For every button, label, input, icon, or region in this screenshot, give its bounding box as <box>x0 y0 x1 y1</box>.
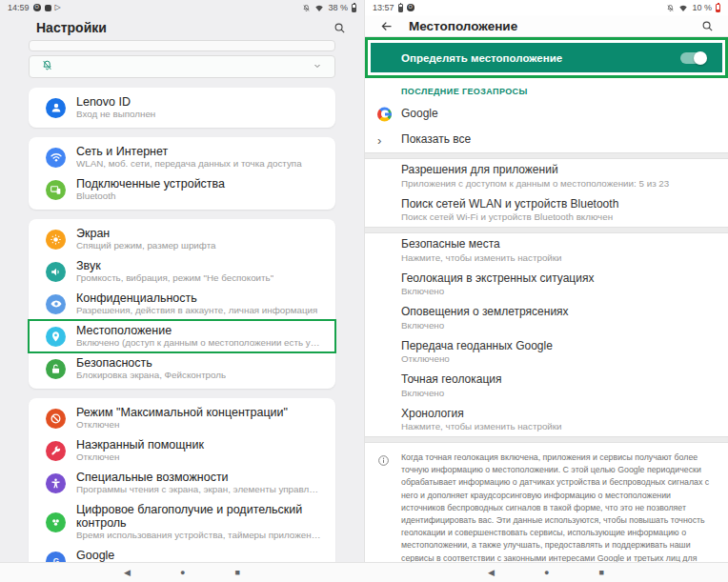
row-earthquake-alerts[interactable]: Оповещения о землетрясениях Включено <box>365 301 728 335</box>
banner-label: Определять местоположение <box>401 52 562 64</box>
row-timeline[interactable]: Хронология Нажмите, чтобы изменить настр… <box>365 403 728 437</box>
item-title: Наэкранный помощник <box>76 438 204 452</box>
settings-item-network[interactable]: Сеть и Интернет WLAN, моб. сети, передач… <box>29 141 335 173</box>
status-bar-right: 13:57 O 10 % <box>365 0 728 15</box>
wellbeing-icon <box>46 512 66 532</box>
chevron-right-icon: › <box>377 133 381 146</box>
settings-item-digital-wellbeing[interactable]: Цифровое благополучие и родительский кон… <box>29 499 335 545</box>
row-title: Поиск сетей WLAN и устройств Bluetooth <box>401 197 618 211</box>
wifi-status-icon <box>314 4 324 12</box>
settings-item-google[interactable]: G Google Сервисы и настройки <box>29 545 335 563</box>
row-label: Google <box>401 107 438 121</box>
settings-item-onscreen-assistant[interactable]: Наэкранный помощник Отключен <box>29 434 335 467</box>
settings-item-sound[interactable]: Звук Громкость, вибрация, режим "Не бесп… <box>29 255 335 288</box>
location-app-bar: Местоположение <box>365 15 728 37</box>
status-bar-left: 14:59 O ▷ 38 % <box>0 0 364 15</box>
recent-request-google[interactable]: Google <box>365 101 728 127</box>
notifications-muted-bar[interactable] <box>29 55 335 78</box>
battery-icon <box>352 4 356 12</box>
item-title: Конфиденциальность <box>76 291 317 305</box>
wrench-icon <box>46 441 66 461</box>
mute-icon <box>302 4 311 12</box>
item-title: Экран <box>76 227 216 240</box>
location-toggle-switch[interactable] <box>680 52 705 64</box>
brightness-icon <box>46 230 66 250</box>
row-precise-location[interactable]: Точная геолокация Включено <box>365 369 728 403</box>
settings-item-connected-devices[interactable]: Подключенные устройства Bluetooth <box>29 173 335 206</box>
card-connectivity: Сеть и Интернет WLAN, моб. сети, передач… <box>29 137 335 210</box>
home-button[interactable]: ● <box>544 569 549 577</box>
row-app-permissions[interactable]: Разрешения для приложений Приложения с д… <box>365 159 728 193</box>
item-title: Режим "Максимальной концентрации" <box>76 406 288 419</box>
block-icon <box>46 409 66 429</box>
location-toggle-highlight: Определять местоположение <box>365 37 728 78</box>
item-subtitle: WLAN, моб. сети, передача данных и точка… <box>76 158 302 170</box>
row-safe-places[interactable]: Безопасные места Нажмите, чтобы изменить… <box>365 233 728 268</box>
divider <box>365 227 728 233</box>
battery-saver-icon <box>398 4 403 12</box>
show-all-row[interactable]: › Показать все <box>365 127 728 152</box>
settings-app-bar: Настройки <box>0 15 364 40</box>
settings-item-privacy[interactable]: Конфиденциальность Разрешения, действия … <box>29 288 335 320</box>
location-info-footer: Когда точная геолокация включена, прилож… <box>365 443 728 563</box>
home-button[interactable]: ● <box>180 569 185 577</box>
wifi-icon <box>46 148 66 168</box>
row-subtitle: Включено <box>401 387 501 399</box>
chevron-down-icon[interactable] <box>312 58 323 75</box>
back-button[interactable]: ◀ <box>124 569 131 577</box>
info-icon <box>365 452 401 563</box>
recents-button[interactable]: ■ <box>598 569 603 577</box>
nav-left-pane: ◀ ● ■ <box>0 563 364 582</box>
card-system: Режим "Максимальной концентрации" Отключ… <box>29 398 335 563</box>
item-title: Местоположение <box>76 324 322 337</box>
navigation-bar: ◀ ● ■ ◀ ● ■ <box>0 562 728 582</box>
recents-button[interactable]: ■ <box>234 569 239 577</box>
item-subtitle: Вход не выполнен <box>76 109 155 120</box>
mute-icon <box>666 4 675 12</box>
settings-item-focus-mode[interactable]: Режим "Максимальной концентрации" Отключ… <box>29 402 335 434</box>
status-time: 13:57 <box>373 3 394 12</box>
row-google-location-sharing[interactable]: Передача геоданных Google Отключено <box>365 335 728 370</box>
accessibility-icon <box>46 473 66 493</box>
search-icon[interactable] <box>330 18 349 37</box>
item-title: Сеть и Интернет <box>76 145 302 158</box>
divider <box>365 436 728 443</box>
card-account: Lenovo ID Вход не выполнен <box>29 88 335 128</box>
back-arrow-icon[interactable] <box>376 16 395 35</box>
row-title: Безопасные места <box>401 237 562 251</box>
privacy-eye-icon <box>46 294 66 314</box>
row-emergency-location[interactable]: Геолокация в экстренных ситуациях Включе… <box>365 268 728 302</box>
back-button[interactable]: ◀ <box>488 569 495 577</box>
person-icon <box>46 98 66 118</box>
settings-item-display[interactable]: Экран Спящий режим, размер шрифта <box>29 223 335 255</box>
item-subtitle: Включено (доступ к данным о местоположен… <box>76 337 322 349</box>
search-icon[interactable] <box>698 16 717 35</box>
row-subtitle: Нажмите, чтобы изменить настройки <box>401 420 562 432</box>
item-subtitle: Время использования устройства, таймеры … <box>76 530 322 541</box>
row-subtitle: Нажмите, чтобы изменить настройки <box>401 251 562 264</box>
app-notification-icon <box>45 5 51 11</box>
use-location-banner[interactable]: Определять местоположение <box>371 43 722 72</box>
row-subtitle: Включено <box>401 319 569 331</box>
row-title: Разрешения для приложений <box>401 163 669 177</box>
item-title: Цифровое благополучие и родительский кон… <box>76 503 322 530</box>
item-subtitle: Спящий режим, размер шрифта <box>76 240 216 251</box>
lock-open-icon <box>46 359 66 379</box>
bell-muted-icon <box>41 58 53 75</box>
split-screen: 14:59 O ▷ 38 % Настройки <box>0 0 728 582</box>
section-recent-requests: ПОСЛЕДНИЕ ГЕОЗАПРОСЫ <box>365 78 728 101</box>
settings-item-accessibility[interactable]: Специальные возможности Программы чтения… <box>29 467 335 499</box>
settings-item-lenovo-id[interactable]: Lenovo ID Вход не выполнен <box>29 91 335 124</box>
footer-paragraph: Когда точная геолокация включена, прилож… <box>401 452 717 563</box>
item-title: Безопасность <box>76 356 226 370</box>
settings-pane: 14:59 O ▷ 38 % Настройки <box>0 0 364 563</box>
settings-item-location[interactable]: Местоположение Включено (доступ к данным… <box>29 320 335 352</box>
item-subtitle: Разрешения, действия в аккаунте, личная … <box>76 305 317 316</box>
item-subtitle: Bluetooth <box>76 191 225 202</box>
item-subtitle: Отключен <box>76 452 204 463</box>
row-wlan-bluetooth-scanning[interactable]: Поиск сетей WLAN и устройств Bluetooth П… <box>365 193 728 228</box>
settings-item-security[interactable]: Безопасность Блокировка экрана, Фейсконт… <box>29 352 335 385</box>
row-title: Хронология <box>401 407 562 421</box>
speaker-icon <box>46 262 66 282</box>
search-field-partial[interactable] <box>29 40 335 51</box>
